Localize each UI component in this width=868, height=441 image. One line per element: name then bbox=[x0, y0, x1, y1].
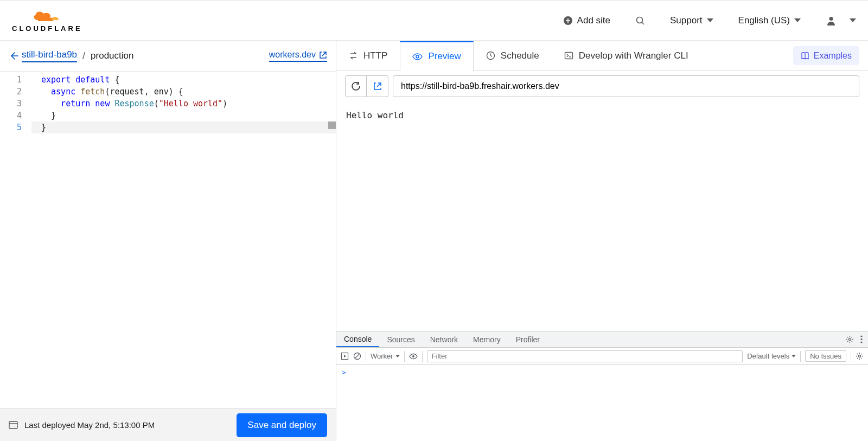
breadcrumb: still-bird-ba9b / production workers.dev bbox=[0, 41, 336, 71]
eye-icon[interactable] bbox=[409, 352, 418, 361]
scroll-marker bbox=[328, 122, 336, 129]
console-prompt: > bbox=[342, 368, 346, 376]
clear-icon[interactable] bbox=[353, 352, 361, 360]
brand-text: CLOUDFLARE bbox=[12, 24, 82, 33]
svg-point-2 bbox=[829, 17, 833, 21]
cloudflare-logo[interactable]: CLOUDFLARE bbox=[12, 8, 82, 33]
preview-url-input[interactable] bbox=[393, 75, 859, 97]
tab-develop-label: Develop with Wrangler CLI bbox=[579, 50, 688, 61]
preview-pane: HTTP Preview Schedule Develop with Wrang… bbox=[336, 41, 868, 441]
eye-icon bbox=[412, 52, 423, 62]
line-number: 5 bbox=[0, 122, 31, 133]
tab-schedule[interactable]: Schedule bbox=[474, 41, 552, 71]
context-label: Worker bbox=[371, 352, 393, 360]
devtools-toolbar: Worker Default levels No Issues bbox=[336, 348, 868, 365]
caret-down-icon bbox=[792, 355, 796, 357]
devtools-tabs: Console Sources Network Memory Profiler bbox=[336, 331, 868, 348]
devtools-tab-memory[interactable]: Memory bbox=[465, 331, 508, 347]
reload-button[interactable] bbox=[345, 75, 367, 97]
user-icon bbox=[826, 15, 837, 26]
examples-button[interactable]: Examples bbox=[793, 46, 859, 65]
workers-dev-label: workers.dev bbox=[269, 50, 316, 60]
devtools-tab-console[interactable]: Console bbox=[336, 331, 379, 347]
last-deployed-text: Last deployed May 2nd, 5:13:00 PM bbox=[24, 420, 155, 430]
tab-preview[interactable]: Preview bbox=[400, 41, 473, 71]
devtools-tab-profiler[interactable]: Profiler bbox=[508, 331, 547, 347]
breadcrumb-current: production bbox=[91, 50, 133, 61]
code-editor[interactable]: 1 2 3 4 5 export default { async fetch(r… bbox=[0, 71, 336, 408]
editor-pane: still-bird-ba9b / production workers.dev… bbox=[0, 41, 336, 441]
issues-button[interactable]: No Issues bbox=[805, 350, 846, 362]
clock-icon bbox=[486, 51, 495, 60]
caret-down-icon bbox=[794, 18, 801, 22]
svg-point-8 bbox=[860, 335, 862, 337]
terminal-icon bbox=[564, 51, 573, 60]
tab-schedule-label: Schedule bbox=[501, 50, 539, 61]
log-levels-select[interactable]: Default levels bbox=[747, 352, 796, 360]
account-menu[interactable] bbox=[826, 15, 856, 26]
svg-point-13 bbox=[412, 355, 414, 357]
support-label: Support bbox=[670, 15, 703, 26]
svg-point-10 bbox=[860, 341, 862, 343]
header-search[interactable] bbox=[635, 16, 645, 25]
tab-preview-label: Preview bbox=[428, 51, 461, 62]
preview-toolbar bbox=[336, 71, 868, 101]
examples-label: Examples bbox=[814, 51, 852, 61]
workers-dev-link[interactable]: workers.dev bbox=[269, 50, 327, 62]
support-menu[interactable]: Support bbox=[670, 15, 713, 26]
console-output[interactable]: > bbox=[336, 365, 868, 441]
svg-point-14 bbox=[859, 355, 861, 357]
tab-http-label: HTTP bbox=[363, 50, 387, 61]
svg-point-4 bbox=[416, 55, 419, 58]
kebab-icon[interactable] bbox=[860, 335, 863, 343]
top-header: CLOUDFLARE Add site Support English (US) bbox=[0, 0, 868, 41]
line-number: 2 bbox=[0, 86, 31, 98]
book-icon bbox=[801, 52, 809, 60]
caret-down-icon bbox=[707, 18, 713, 22]
breadcrumb-project-link[interactable]: still-bird-ba9b bbox=[22, 49, 77, 62]
devtools-tab-network[interactable]: Network bbox=[423, 331, 465, 347]
reload-icon bbox=[351, 81, 361, 91]
svg-rect-6 bbox=[565, 53, 572, 59]
devtools-tab-sources[interactable]: Sources bbox=[379, 331, 422, 347]
tab-develop-cli[interactable]: Develop with Wrangler CLI bbox=[552, 41, 701, 71]
tab-http[interactable]: HTTP bbox=[336, 41, 400, 71]
caret-down-icon bbox=[850, 18, 856, 22]
line-gutter: 1 2 3 4 5 bbox=[0, 72, 31, 408]
add-site-button[interactable]: Add site bbox=[563, 15, 610, 26]
svg-point-9 bbox=[860, 338, 862, 340]
context-select[interactable]: Worker bbox=[371, 352, 400, 360]
right-tabs: HTTP Preview Schedule Develop with Wrang… bbox=[336, 41, 868, 71]
swap-icon bbox=[349, 51, 358, 60]
add-site-label: Add site bbox=[577, 15, 610, 26]
editor-footer: Last deployed May 2nd, 5:13:00 PM Save a… bbox=[0, 408, 336, 441]
breadcrumb-separator: / bbox=[82, 50, 85, 62]
cloud-icon bbox=[28, 8, 66, 23]
back-arrow-icon[interactable] bbox=[9, 51, 18, 61]
gear-icon[interactable] bbox=[846, 335, 854, 343]
external-link-icon bbox=[373, 82, 382, 91]
svg-point-1 bbox=[637, 17, 643, 23]
plus-circle-icon bbox=[563, 16, 573, 25]
browser-icon bbox=[9, 420, 18, 430]
gear-icon[interactable] bbox=[856, 352, 864, 360]
search-icon bbox=[635, 16, 645, 25]
language-menu[interactable]: English (US) bbox=[738, 15, 801, 26]
svg-point-7 bbox=[849, 338, 851, 341]
top-actions: Add site Support English (US) bbox=[563, 15, 856, 26]
code-body[interactable]: export default { async fetch(request, en… bbox=[31, 72, 336, 408]
levels-label: Default levels bbox=[747, 352, 789, 360]
play-frame-icon[interactable] bbox=[341, 352, 349, 360]
caret-down-icon bbox=[395, 355, 400, 357]
devtools-panel: Console Sources Network Memory Profiler … bbox=[336, 331, 868, 441]
line-number: 3 bbox=[0, 98, 31, 110]
external-link-icon bbox=[319, 51, 327, 59]
open-external-button[interactable] bbox=[367, 75, 388, 97]
language-label: English (US) bbox=[738, 15, 790, 26]
preview-response-text: Hello world bbox=[346, 110, 404, 120]
line-number: 1 bbox=[0, 74, 31, 86]
preview-output: Hello world bbox=[336, 101, 868, 331]
save-and-deploy-button[interactable]: Save and deploy bbox=[237, 413, 327, 437]
console-filter-input[interactable] bbox=[427, 350, 743, 362]
svg-rect-3 bbox=[9, 421, 17, 429]
